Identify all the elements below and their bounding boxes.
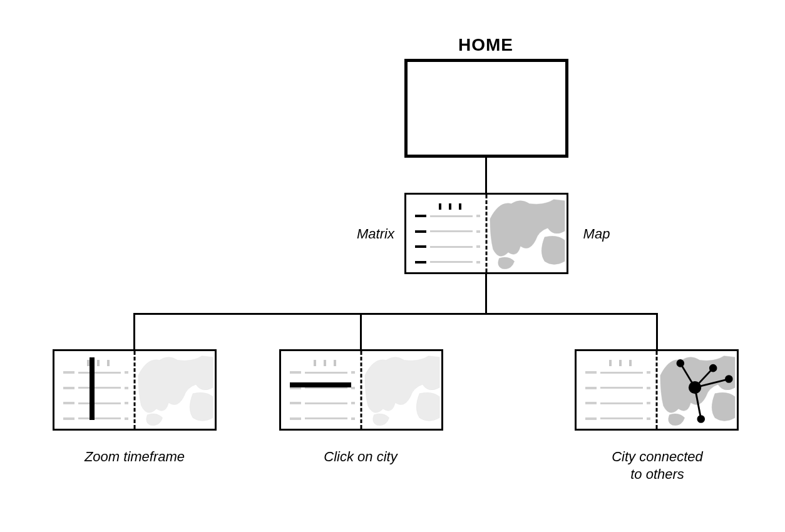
matrix-icon xyxy=(63,360,128,420)
map-icon xyxy=(486,195,567,272)
svg-point-8 xyxy=(698,416,704,422)
click-map-half xyxy=(361,351,441,429)
zoom-matrix-half xyxy=(54,351,135,429)
connected-map-half xyxy=(657,351,737,429)
zoom-map-half xyxy=(135,351,215,429)
split-divider-icon xyxy=(656,351,658,429)
zoom-cursor-icon xyxy=(90,357,95,420)
diagram-stage: HOME xyxy=(0,0,785,532)
selected-row-icon xyxy=(290,382,351,387)
map-network-icon xyxy=(657,351,737,429)
connector-v-left xyxy=(133,313,135,349)
connector-h-branch xyxy=(133,313,658,315)
click-matrix-half xyxy=(281,351,361,429)
label-click-city: Click on city xyxy=(304,448,417,466)
title-home: HOME xyxy=(404,35,567,55)
node-click-city xyxy=(279,349,443,431)
matrix-icon xyxy=(585,360,650,420)
connector-v-center xyxy=(360,313,362,349)
split-divider-icon xyxy=(486,195,488,272)
node-city-connected xyxy=(575,349,739,431)
connector-v-mid xyxy=(485,274,487,313)
node-matrix-map xyxy=(404,193,568,274)
connector-v-top xyxy=(485,158,487,193)
matrix-icon xyxy=(415,203,480,263)
svg-point-4 xyxy=(689,382,700,392)
map-faded-icon xyxy=(361,351,441,429)
split-divider-icon xyxy=(134,351,136,429)
connected-matrix-half xyxy=(577,351,657,429)
svg-point-7 xyxy=(726,376,732,382)
split-divider-icon xyxy=(361,351,362,429)
svg-point-5 xyxy=(677,361,684,367)
label-map: Map xyxy=(575,225,618,243)
map-faded-icon xyxy=(135,351,215,429)
label-matrix: Matrix xyxy=(351,225,401,243)
label-connected: City connected to others xyxy=(595,448,720,483)
matrix-icon xyxy=(290,360,355,420)
label-zoom: Zoom timeframe xyxy=(69,448,200,466)
node-zoom-timeframe xyxy=(53,349,217,431)
svg-point-6 xyxy=(710,365,716,371)
map-half xyxy=(486,195,567,272)
node-home xyxy=(404,59,568,158)
matrix-half xyxy=(406,195,486,272)
connector-v-right xyxy=(656,313,658,349)
